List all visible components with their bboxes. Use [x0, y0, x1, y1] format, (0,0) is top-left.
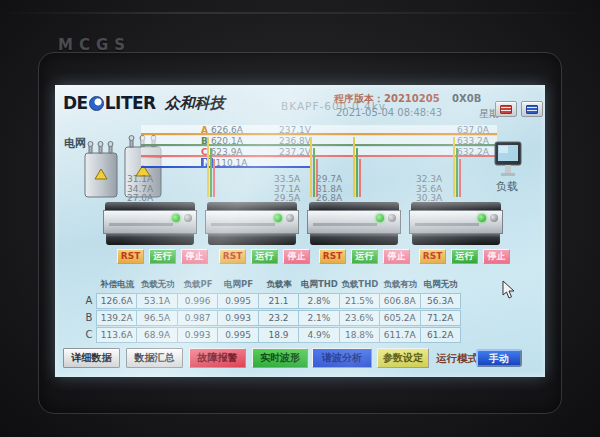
- cell-b-load-rate: 23.2: [258, 310, 299, 326]
- brand-logo-text-de: DE: [63, 93, 88, 113]
- row-phase-label: C: [81, 327, 97, 343]
- col-header-load-active: 负载有功: [380, 278, 420, 291]
- module-1-run-button[interactable]: 运行: [149, 249, 176, 264]
- cell-a-load-active: 606.8A: [379, 293, 420, 309]
- phase-b-current-value: 620.1A: [211, 136, 243, 146]
- phase-a-tag: A: [201, 125, 208, 135]
- cell-a-load-pf: 0.996: [177, 293, 218, 309]
- nav-data-summary-button[interactable]: 数据汇总: [126, 348, 183, 368]
- cell-a-load-reactive: 53.1A: [136, 293, 177, 309]
- red-label-icon: [500, 105, 512, 114]
- alarm-log-button[interactable]: [495, 101, 517, 117]
- run-led-icon: [376, 214, 384, 222]
- cell-b-load-active: 605.2A: [379, 310, 420, 326]
- cell-a-comp-current: 126.6A: [96, 293, 137, 309]
- load-a-current: 637.0A: [457, 125, 489, 135]
- run-mode-button[interactable]: 手动: [476, 349, 522, 367]
- cell-b-grid-pf: 0.993: [217, 310, 258, 326]
- col-header-grid-thd: 电网THD: [299, 278, 339, 291]
- cell-c-grid-pf: 0.995: [217, 327, 258, 343]
- phase-c-current-value: 623.9A: [211, 147, 243, 157]
- module-3-run-button[interactable]: 运行: [351, 249, 378, 264]
- cell-b-comp-current: 139.2A: [96, 310, 137, 326]
- load-icon: [493, 140, 523, 178]
- nav-fault-alarm-button[interactable]: 故障报警: [189, 348, 246, 368]
- cell-c-load-active: 611.7A: [379, 327, 420, 343]
- table-row: A 126.6A 53.1A 0.996 0.995 21.1 2.8% 21.…: [81, 293, 461, 309]
- module-2-currents: 33.5A 37.1A 29.5A: [274, 175, 310, 204]
- module-3-stop-button[interactable]: 停止: [383, 249, 410, 264]
- hmi-screen: DE LITER 众和科技 BKAPF-600-0.4kv 程序版本：20210…: [55, 85, 545, 377]
- module-3-currents: 29.7A 31.8A 26.8A: [316, 175, 352, 204]
- module-1-stop-button[interactable]: 停止: [181, 249, 208, 264]
- table-row: B 139.2A 96.5A 0.987 0.993 23.2 2.1% 23.…: [81, 310, 461, 326]
- module-4-tap-line: [453, 137, 461, 197]
- cell-a-load-thd: 21.5%: [339, 293, 380, 309]
- module-3-reset-button[interactable]: RST: [319, 249, 346, 264]
- module-4-stop-button[interactable]: 停止: [483, 249, 510, 264]
- status-led-icon: [388, 214, 396, 222]
- nav-harmonics-button[interactable]: 谐波分析: [312, 348, 372, 368]
- cell-b-load-pf: 0.987: [177, 310, 218, 326]
- nav-detail-data-button[interactable]: 详细数据: [63, 348, 120, 368]
- brand-logo-chinese: 众和科技: [165, 94, 225, 113]
- module-2-run-button[interactable]: 运行: [251, 249, 278, 264]
- brand-logo-icon: [89, 96, 104, 111]
- cell-c-comp-current: 113.6A: [96, 327, 137, 343]
- measurements-table: 补偿电流 负载无功 负载PF 电网PF 负载率 电网THD 负载THD 负载有功…: [81, 277, 461, 343]
- module-3-controls: RST 运行 停止: [319, 249, 410, 264]
- module-1-reset-button[interactable]: RST: [117, 249, 144, 264]
- program-version: 程序版本：20210205: [334, 92, 440, 106]
- phase-b-busline: [141, 136, 497, 146]
- cell-c-grid-reactive: 61.2A: [420, 327, 461, 343]
- mouse-cursor: [502, 280, 515, 299]
- table-header-row: 补偿电流 负载无功 负载PF 电网PF 负载率 电网THD 负载THD 负载有功…: [81, 278, 461, 291]
- module-4-reset-button[interactable]: RST: [419, 249, 446, 264]
- status-led-icon: [286, 214, 294, 222]
- cell-c-grid-thd: 4.9%: [298, 327, 339, 343]
- status-led-icon: [490, 214, 498, 222]
- cell-a-grid-thd: 2.8%: [298, 293, 339, 309]
- program-version-value: 20210205: [384, 93, 440, 104]
- cell-b-load-thd: 23.6%: [339, 310, 380, 326]
- info-log-button[interactable]: [521, 101, 543, 117]
- module-1-currents: 31.1A 34.7A 27.0A: [127, 175, 163, 204]
- cell-a-grid-pf: 0.995: [217, 293, 258, 309]
- col-header-comp-current: 补偿电流: [97, 278, 137, 291]
- status-led-icon: [184, 214, 192, 222]
- apf-module-2: [205, 202, 299, 246]
- module-1-controls: RST 运行 停止: [117, 249, 208, 264]
- hex-code: 0X0B: [452, 93, 481, 104]
- phase-a-voltage: 237.1V: [279, 125, 311, 135]
- module-4-controls: RST 运行 停止: [419, 249, 510, 264]
- phase-c-busline: [141, 147, 497, 157]
- run-led-icon: [478, 214, 486, 222]
- program-version-label: 程序版本：: [334, 93, 384, 104]
- run-led-icon: [274, 214, 282, 222]
- row-phase-label: B: [81, 310, 97, 326]
- nav-settings-button[interactable]: 参数设定: [377, 348, 429, 368]
- load-b-current: 633.2A: [457, 136, 489, 146]
- phase-a-current: A626.6A: [201, 125, 243, 135]
- cell-c-load-reactive: 68.9A: [136, 327, 177, 343]
- col-header-grid-pf: 电网PF: [218, 278, 258, 291]
- col-header-load-pf: 负载PF: [178, 278, 218, 291]
- cell-c-load-pf: 0.993: [177, 327, 218, 343]
- cell-c-load-thd: 18.8%: [339, 327, 380, 343]
- apf-module-1: [103, 202, 197, 246]
- apf-module-4: [409, 202, 503, 246]
- datetime: 2021-05-04 08:48:43: [336, 107, 442, 118]
- cell-b-grid-thd: 2.1%: [298, 310, 339, 326]
- load-label: 负载: [496, 179, 518, 194]
- phase-n-current-value: 110.1A: [216, 158, 248, 168]
- apf-module-3: [307, 202, 401, 246]
- module-2-stop-button[interactable]: 停止: [283, 249, 310, 264]
- nav-waveform-button[interactable]: 实时波形: [252, 348, 308, 368]
- cell-a-load-rate: 21.1: [258, 293, 299, 309]
- module-4-currents: 32.3A 35.6A 30.3A: [416, 175, 452, 204]
- module-4-run-button[interactable]: 运行: [451, 249, 478, 264]
- bezel-top-edge: [0, 12, 600, 14]
- col-header-load-thd: 负载THD: [340, 278, 380, 291]
- module-2-reset-button[interactable]: RST: [219, 249, 246, 264]
- brand-logo: DE LITER 众和科技: [63, 91, 225, 115]
